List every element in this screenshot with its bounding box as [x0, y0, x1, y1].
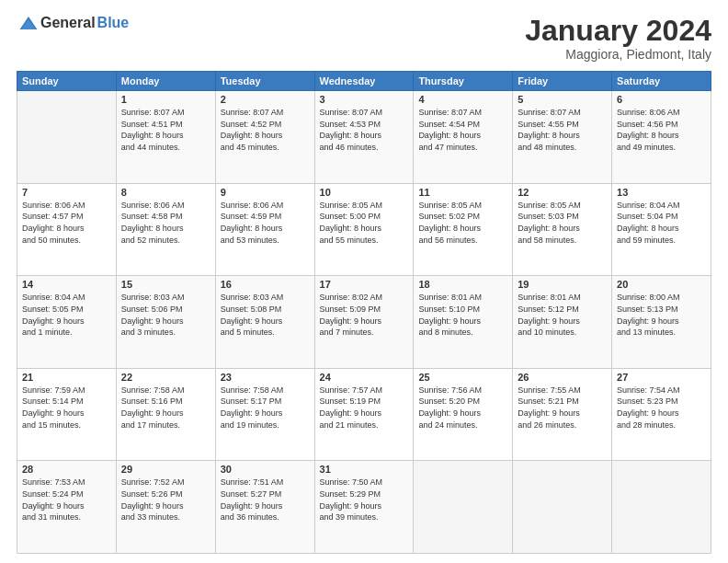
table-row: 23Sunrise: 7:58 AM Sunset: 5:17 PM Dayli… — [215, 368, 314, 461]
day-number: 18 — [418, 279, 507, 290]
day-number: 3 — [320, 94, 409, 105]
table-row — [513, 461, 612, 554]
table-row: 17Sunrise: 8:02 AM Sunset: 5:09 PM Dayli… — [314, 276, 414, 369]
day-number: 8 — [121, 187, 210, 198]
day-number: 20 — [617, 279, 706, 290]
day-number: 28 — [22, 464, 111, 475]
day-number: 14 — [22, 279, 111, 290]
day-number: 16 — [221, 279, 310, 290]
header-tuesday: Tuesday — [215, 72, 314, 91]
table-row: 24Sunrise: 7:57 AM Sunset: 5:19 PM Dayli… — [314, 368, 414, 461]
table-row: 25Sunrise: 7:56 AM Sunset: 5:20 PM Dayli… — [414, 368, 513, 461]
day-info: Sunrise: 8:00 AM Sunset: 5:13 PM Dayligh… — [617, 292, 706, 338]
calendar-table: Sunday Monday Tuesday Wednesday Thursday… — [17, 71, 711, 554]
day-number: 27 — [617, 372, 706, 383]
day-number: 23 — [221, 372, 310, 383]
table-row: 21Sunrise: 7:59 AM Sunset: 5:14 PM Dayli… — [17, 368, 117, 461]
day-info: Sunrise: 8:01 AM Sunset: 5:10 PM Dayligh… — [418, 292, 507, 338]
day-number: 5 — [518, 94, 607, 105]
day-info: Sunrise: 7:53 AM Sunset: 5:24 PM Dayligh… — [22, 477, 111, 523]
logo-blue-text: Blue — [97, 15, 130, 31]
day-info: Sunrise: 7:52 AM Sunset: 5:26 PM Dayligh… — [121, 477, 210, 523]
table-row: 31Sunrise: 7:50 AM Sunset: 5:29 PM Dayli… — [314, 461, 414, 554]
table-row: 4Sunrise: 8:07 AM Sunset: 4:54 PM Daylig… — [414, 91, 513, 184]
day-info: Sunrise: 8:03 AM Sunset: 5:08 PM Dayligh… — [221, 292, 310, 338]
day-info: Sunrise: 8:07 AM Sunset: 4:54 PM Dayligh… — [418, 107, 507, 153]
week-row-5: 28Sunrise: 7:53 AM Sunset: 5:24 PM Dayli… — [17, 461, 711, 554]
table-row: 30Sunrise: 7:51 AM Sunset: 5:27 PM Dayli… — [215, 461, 314, 554]
logo: General Blue — [17, 15, 129, 31]
day-number: 12 — [518, 187, 607, 198]
table-row: 27Sunrise: 7:54 AM Sunset: 5:23 PM Dayli… — [612, 368, 711, 461]
header-saturday: Saturday — [612, 72, 711, 91]
day-info: Sunrise: 7:58 AM Sunset: 5:17 PM Dayligh… — [221, 385, 310, 431]
table-row: 9Sunrise: 8:06 AM Sunset: 4:59 PM Daylig… — [215, 183, 314, 276]
day-number: 4 — [418, 94, 507, 105]
week-row-4: 21Sunrise: 7:59 AM Sunset: 5:14 PM Dayli… — [17, 368, 711, 461]
header-sunday: Sunday — [17, 72, 117, 91]
logo-icon — [18, 15, 39, 31]
day-info: Sunrise: 8:04 AM Sunset: 5:04 PM Dayligh… — [617, 200, 706, 246]
day-info: Sunrise: 8:01 AM Sunset: 5:12 PM Dayligh… — [518, 292, 607, 338]
day-info: Sunrise: 7:59 AM Sunset: 5:14 PM Dayligh… — [22, 385, 111, 431]
table-row: 19Sunrise: 8:01 AM Sunset: 5:12 PM Dayli… — [513, 276, 612, 369]
table-row: 5Sunrise: 8:07 AM Sunset: 4:55 PM Daylig… — [513, 91, 612, 184]
day-number: 11 — [418, 187, 507, 198]
table-row: 3Sunrise: 8:07 AM Sunset: 4:53 PM Daylig… — [314, 91, 414, 184]
weekday-header-row: Sunday Monday Tuesday Wednesday Thursday… — [17, 72, 711, 91]
day-number: 13 — [617, 187, 706, 198]
day-info: Sunrise: 8:03 AM Sunset: 5:06 PM Dayligh… — [121, 292, 210, 338]
table-row: 26Sunrise: 7:55 AM Sunset: 5:21 PM Dayli… — [513, 368, 612, 461]
day-number: 21 — [22, 372, 111, 383]
table-row: 11Sunrise: 8:05 AM Sunset: 5:02 PM Dayli… — [414, 183, 513, 276]
day-info: Sunrise: 7:55 AM Sunset: 5:21 PM Dayligh… — [518, 385, 607, 431]
week-row-3: 14Sunrise: 8:04 AM Sunset: 5:05 PM Dayli… — [17, 276, 711, 369]
day-info: Sunrise: 8:05 AM Sunset: 5:03 PM Dayligh… — [518, 200, 607, 246]
table-row: 8Sunrise: 8:06 AM Sunset: 4:58 PM Daylig… — [116, 183, 215, 276]
day-info: Sunrise: 7:54 AM Sunset: 5:23 PM Dayligh… — [617, 385, 706, 431]
table-row — [612, 461, 711, 554]
table-row: 13Sunrise: 8:04 AM Sunset: 5:04 PM Dayli… — [612, 183, 711, 276]
day-info: Sunrise: 7:50 AM Sunset: 5:29 PM Dayligh… — [320, 477, 409, 523]
day-info: Sunrise: 8:07 AM Sunset: 4:52 PM Dayligh… — [221, 107, 310, 153]
table-row: 22Sunrise: 7:58 AM Sunset: 5:16 PM Dayli… — [116, 368, 215, 461]
table-row: 12Sunrise: 8:05 AM Sunset: 5:03 PM Dayli… — [513, 183, 612, 276]
day-info: Sunrise: 7:58 AM Sunset: 5:16 PM Dayligh… — [121, 385, 210, 431]
day-info: Sunrise: 8:04 AM Sunset: 5:05 PM Dayligh… — [22, 292, 111, 338]
table-row: 18Sunrise: 8:01 AM Sunset: 5:10 PM Dayli… — [414, 276, 513, 369]
day-info: Sunrise: 8:06 AM Sunset: 4:57 PM Dayligh… — [22, 200, 111, 246]
day-number: 17 — [320, 279, 409, 290]
header-thursday: Thursday — [414, 72, 513, 91]
table-row: 16Sunrise: 8:03 AM Sunset: 5:08 PM Dayli… — [215, 276, 314, 369]
day-info: Sunrise: 8:05 AM Sunset: 5:02 PM Dayligh… — [418, 200, 507, 246]
day-number: 10 — [320, 187, 409, 198]
header-friday: Friday — [513, 72, 612, 91]
table-row: 15Sunrise: 8:03 AM Sunset: 5:06 PM Dayli… — [116, 276, 215, 369]
day-info: Sunrise: 8:07 AM Sunset: 4:55 PM Dayligh… — [518, 107, 607, 153]
header-wednesday: Wednesday — [314, 72, 414, 91]
week-row-2: 7Sunrise: 8:06 AM Sunset: 4:57 PM Daylig… — [17, 183, 711, 276]
day-info: Sunrise: 8:07 AM Sunset: 4:53 PM Dayligh… — [320, 107, 409, 153]
table-row: 10Sunrise: 8:05 AM Sunset: 5:00 PM Dayli… — [314, 183, 414, 276]
logo-general-text: General — [40, 15, 96, 31]
table-row — [414, 461, 513, 554]
day-info: Sunrise: 7:56 AM Sunset: 5:20 PM Dayligh… — [418, 385, 507, 431]
day-number: 19 — [518, 279, 607, 290]
table-row: 6Sunrise: 8:06 AM Sunset: 4:56 PM Daylig… — [612, 91, 711, 184]
day-number: 22 — [121, 372, 210, 383]
day-info: Sunrise: 8:06 AM Sunset: 4:59 PM Dayligh… — [221, 200, 310, 246]
header: General Blue January 2024 Maggiora, Pied… — [17, 15, 711, 62]
day-number: 9 — [221, 187, 310, 198]
table-row — [17, 91, 117, 184]
day-number: 31 — [320, 464, 409, 475]
location-subtitle: Maggiora, Piedmont, Italy — [525, 47, 711, 62]
day-number: 6 — [617, 94, 706, 105]
day-info: Sunrise: 7:57 AM Sunset: 5:19 PM Dayligh… — [320, 385, 409, 431]
day-info: Sunrise: 8:07 AM Sunset: 4:51 PM Dayligh… — [121, 107, 210, 153]
day-number: 25 — [418, 372, 507, 383]
day-number: 26 — [518, 372, 607, 383]
table-row: 29Sunrise: 7:52 AM Sunset: 5:26 PM Dayli… — [116, 461, 215, 554]
table-row: 1Sunrise: 8:07 AM Sunset: 4:51 PM Daylig… — [116, 91, 215, 184]
month-title: January 2024 — [525, 15, 711, 47]
day-info: Sunrise: 8:05 AM Sunset: 5:00 PM Dayligh… — [320, 200, 409, 246]
